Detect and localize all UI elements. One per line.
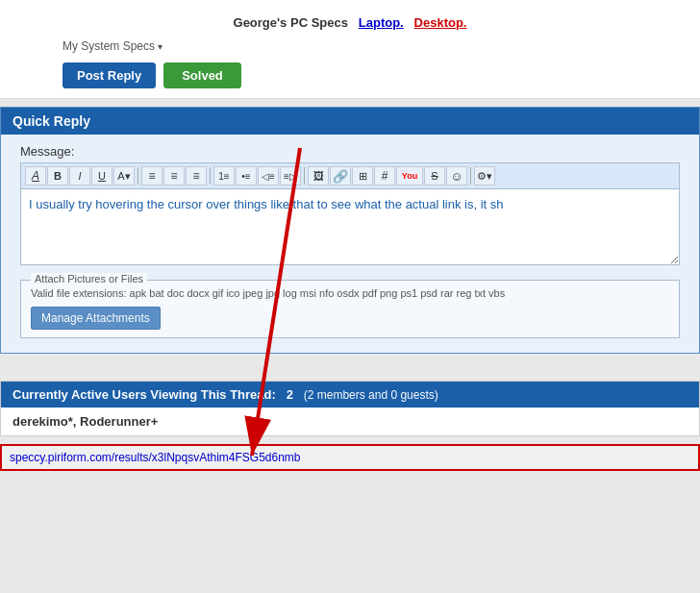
- laptop-link[interactable]: Laptop.: [359, 15, 404, 30]
- manage-attachments-button[interactable]: Manage Attachments: [31, 307, 161, 330]
- toolbar-italic-btn[interactable]: I: [69, 166, 90, 185]
- active-users-section: Currently Active Users Viewing This Thre…: [0, 381, 700, 436]
- toolbar-image-btn[interactable]: 🖼: [308, 166, 329, 185]
- attach-section: Attach Pictures or Files Valid file exte…: [20, 280, 680, 338]
- quick-reply-header: Quick Reply: [1, 108, 699, 135]
- my-system-specs-dropdown[interactable]: My System Specs: [0, 36, 700, 57]
- quick-reply-section: Quick Reply Message: A B I U A▾ ≡ ≡ ≡ 1≡…: [0, 107, 700, 354]
- toolbar-youtube-btn[interactable]: You: [396, 166, 423, 185]
- status-bar: speccy.piriform.com/results/x3lNpqsvAthi…: [0, 444, 700, 471]
- toolbar-insert-link-btn[interactable]: 🔗: [330, 166, 351, 185]
- toolbar-bold-btn[interactable]: B: [47, 166, 68, 185]
- attach-legend: Attach Pictures or Files: [31, 273, 147, 284]
- toolbar-fontcolor-btn[interactable]: A▾: [113, 166, 135, 185]
- message-editor[interactable]: I usually try hovering the cursor over t…: [20, 188, 680, 265]
- toolbar-strike-btn[interactable]: S: [424, 166, 445, 185]
- pc-specs-bar: George's PC Specs Laptop. Desktop.: [0, 8, 700, 36]
- section-spacer: [0, 354, 700, 373]
- desktop-link: Desktop.: [414, 15, 467, 30]
- toolbar-sep2: [210, 167, 211, 185]
- toolbar-indent-btn[interactable]: ≡▷: [280, 166, 301, 185]
- message-label: Message:: [20, 144, 680, 159]
- active-users-body: derekimo*, Roderunner+: [1, 408, 699, 435]
- toolbar-sep4: [470, 167, 471, 185]
- toolbar-unordered-list-btn[interactable]: •≡: [236, 166, 257, 185]
- toolbar-more-btn[interactable]: ⚙▾: [474, 166, 495, 185]
- solved-button[interactable]: Solved: [163, 62, 241, 88]
- action-buttons-bar: Post Reply Solved: [0, 57, 700, 98]
- toolbar-sep3: [304, 167, 305, 185]
- toolbar-align-center-btn[interactable]: ≡: [163, 166, 185, 185]
- toolbar-align-left-btn[interactable]: ≡: [141, 166, 162, 185]
- editor-toolbar: A B I U A▾ ≡ ≡ ≡ 1≡ •≡ ◁≡ ≡▷ 🖼 🔗 ⊞ # You: [20, 162, 680, 188]
- toolbar-ordered-list-btn[interactable]: 1≡: [213, 166, 235, 185]
- quick-reply-body: Message: A B I U A▾ ≡ ≡ ≡ 1≡ •≡ ◁≡ ≡▷ 🖼: [1, 135, 699, 353]
- active-users-list: derekimo*, Roderunner+: [12, 414, 158, 429]
- active-users-header: Currently Active Users Viewing This Thre…: [1, 382, 699, 408]
- active-users-count: 2: [287, 387, 293, 402]
- active-users-detail: (2 members and 0 guests): [304, 388, 438, 402]
- pc-specs-prefix: George's PC Specs: [234, 15, 348, 30]
- attach-valid-extensions: Valid file extensions: apk bat doc docx …: [31, 286, 669, 301]
- post-reply-button[interactable]: Post Reply: [62, 62, 156, 88]
- status-url: speccy.piriform.com/results/x3lNpqsvAthi…: [10, 451, 301, 464]
- toolbar-code-btn[interactable]: #: [374, 166, 395, 185]
- toolbar-emoji-btn[interactable]: ☺: [446, 166, 467, 185]
- toolbar-outdent-btn[interactable]: ◁≡: [258, 166, 279, 185]
- toolbar-clear-btn[interactable]: A: [25, 166, 46, 185]
- toolbar-sep1: [138, 167, 138, 185]
- toolbar-align-right-btn[interactable]: ≡: [186, 166, 207, 185]
- toolbar-table-btn[interactable]: ⊞: [352, 166, 373, 185]
- toolbar-underline-btn[interactable]: U: [91, 166, 112, 185]
